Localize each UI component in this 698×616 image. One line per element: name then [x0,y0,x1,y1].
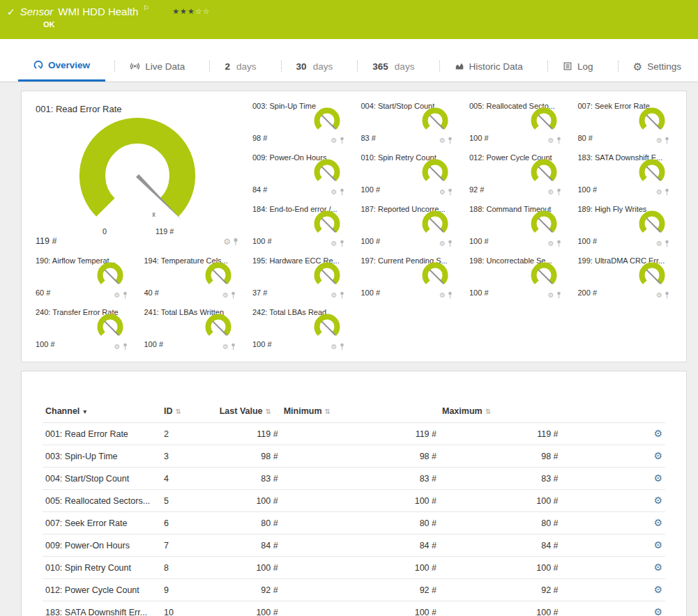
stars-empty[interactable]: ☆☆ [195,7,211,15]
channel-settings-icon[interactable]: ⚙ [653,428,662,439]
channel-settings-icon[interactable]: ⚙ [653,450,662,461]
pin-icon[interactable] [448,240,453,247]
column-header-maximum[interactable]: Maximum⇅ [439,402,561,423]
channel-gear-icon[interactable]: ⚙ [223,238,231,246]
pin-icon[interactable] [123,291,128,299]
channel-settings-icon[interactable]: ⚙ [653,495,662,506]
pin-icon[interactable] [665,240,669,247]
small-gauge-tile[interactable]: 010: Spin Retry Count 100 # ⚙ [357,151,460,197]
pin-icon[interactable] [556,240,561,247]
channel-gear-icon[interactable]: ⚙ [331,240,337,247]
table-row[interactable]: 007: Seek Error Rate 6 80 # 80 # 80 # ⚙ [43,512,665,534]
table-row[interactable]: 004: Start/Stop Count 4 83 # 83 # 83 # ⚙ [43,468,665,490]
small-gauge-tile[interactable]: 188: Command Timeout 100 # ⚙ [465,203,568,249]
pin-icon[interactable] [665,291,669,299]
small-gauge-tile[interactable]: 184: End-to-End error /... 100 # ⚙ [248,203,351,249]
tab-365-days[interactable]: 365 days [357,51,430,82]
channel-gear-icon[interactable]: ⚙ [656,240,662,247]
channel-name-cell[interactable]: 005: Reallocated Sectors... [43,490,161,512]
channel-settings-icon[interactable]: ⚙ [653,472,662,484]
channel-settings-icon[interactable]: ⚙ [653,539,662,550]
table-row[interactable]: 009: Power-On Hours 7 84 # 84 # 84 # ⚙ [43,534,665,557]
small-gauge-tile[interactable]: 004: Start/Stop Count 83 # ⚙ [357,100,460,146]
small-gauge-tile[interactable]: 190: Airflow Temperat... 60 # ⚙ [31,254,135,300]
channel-gear-icon[interactable]: ⚙ [656,292,662,299]
channel-gear-icon[interactable]: ⚙ [222,292,229,299]
tab-2-days[interactable]: 2 days [209,51,271,82]
small-gauge-tile[interactable]: 198: Uncorrectable Se... 100 # ⚙ [465,254,568,300]
column-header-id[interactable]: ID⇅ [161,402,217,423]
channel-name-cell[interactable]: 012: Power Cycle Count [43,579,161,601]
small-gauge-tile[interactable]: 009: Power-On Hours 84 # ⚙ [248,151,351,197]
channel-gear-icon[interactable]: ⚙ [114,292,121,299]
channel-gear-icon[interactable]: ⚙ [331,292,337,299]
table-row[interactable]: 003: Spin-Up Time 3 98 # 98 # 98 # ⚙ [43,445,665,468]
channel-gear-icon[interactable]: ⚙ [656,189,662,196]
channel-gear-icon[interactable]: ⚙ [439,137,446,144]
channel-name-cell[interactable]: 009: Power-On Hours [43,534,161,557]
small-gauge-tile[interactable]: 242: Total LBAs Read 100 # ⚙ [248,306,351,352]
channel-gear-icon[interactable]: ⚙ [331,189,337,196]
pin-icon[interactable] [123,343,128,351]
pin-icon[interactable] [665,137,669,144]
pin-icon[interactable] [340,343,344,351]
channel-gear-icon[interactable]: ⚙ [548,137,554,144]
channel-gear-icon[interactable]: ⚙ [222,344,229,351]
tab-live-data[interactable]: Live Data [114,51,200,82]
column-header-channel[interactable]: Channel▾ [43,402,161,423]
channel-gear-icon[interactable]: ⚙ [439,189,446,196]
channel-gear-icon[interactable]: ⚙ [548,189,554,196]
channel-gear-icon[interactable]: ⚙ [439,240,446,247]
small-gauge-tile[interactable]: 003: Spin-Up Time 98 # ⚙ [248,100,351,146]
small-gauge-tile[interactable]: 183: SATA Downshift E... 100 # ⚙ [574,151,677,197]
tab-historic-data[interactable]: Historic Data [439,51,538,82]
pin-icon[interactable] [340,137,344,144]
channel-settings-icon[interactable]: ⚙ [653,562,662,573]
small-gauge-tile[interactable]: 195: Hardware ECC Re... 37 # ⚙ [248,254,351,300]
table-row[interactable]: 010: Spin Retry Count 8 100 # 100 # 100 … [43,557,665,579]
pin-icon[interactable] [340,291,344,299]
small-gauge-tile[interactable]: 005: Reallocated Secto... 100 # ⚙ [465,100,568,146]
small-gauge-tile[interactable]: 012: Power Cycle Count 92 # ⚙ [465,151,568,197]
small-gauge-tile[interactable]: 189: High Fly Writes 100 # ⚙ [574,203,677,249]
big-gauge-tile[interactable]: 001: Read Error Rate x̄ 0 119 # 119 # ⚙ [31,100,243,249]
pin-icon[interactable] [340,188,344,196]
channel-gear-icon[interactable]: ⚙ [656,137,662,144]
tab-30-days[interactable]: 30 days [281,51,349,82]
stars-filled[interactable]: ★★★ [172,7,195,15]
channel-gear-icon[interactable]: ⚙ [439,292,446,299]
small-gauge-tile[interactable]: 007: Seek Error Rate 80 # ⚙ [574,100,677,146]
channel-name-cell[interactable]: 183: SATA Downshift Err... [43,601,161,616]
channel-gear-icon[interactable]: ⚙ [114,344,121,351]
pin-icon[interactable] [231,291,236,299]
channel-gear-icon[interactable]: ⚙ [331,344,337,351]
pin-icon[interactable] [448,188,453,196]
small-gauge-tile[interactable]: 194: Temperature Cels... 40 # ⚙ [140,254,243,300]
channel-settings-icon[interactable]: ⚙ [653,606,662,616]
channel-name-cell[interactable]: 001: Read Error Rate [43,423,161,445]
pin-icon[interactable] [340,240,344,247]
column-header-minimum[interactable]: Minimum⇅ [281,402,439,423]
table-row[interactable]: 001: Read Error Rate 2 119 # 119 # 119 #… [43,423,665,445]
table-row[interactable]: 012: Power Cycle Count 9 92 # 92 # 92 # … [43,579,665,601]
tab-overview[interactable]: Overview [18,51,105,82]
pin-icon[interactable] [665,188,669,196]
pin-icon[interactable] [448,137,453,144]
pin-icon[interactable] [233,238,238,246]
small-gauge-tile[interactable]: 187: Reported Uncorre... 100 # ⚙ [357,203,460,249]
table-row[interactable]: 183: SATA Downshift Err... 10 100 # 100 … [43,601,665,616]
pin-icon[interactable] [231,343,236,351]
small-gauge-tile[interactable]: 197: Current Pending S... 100 # ⚙ [357,254,460,300]
tab-log[interactable]: Log [547,51,609,82]
channel-settings-icon[interactable]: ⚙ [653,584,662,595]
pin-icon[interactable] [556,291,561,299]
pin-icon[interactable] [448,291,453,299]
channel-name-cell[interactable]: 010: Spin Retry Count [43,557,161,579]
channel-gear-icon[interactable]: ⚙ [548,240,554,247]
channel-settings-icon[interactable]: ⚙ [653,517,662,528]
pin-icon[interactable] [556,188,561,196]
table-row[interactable]: 005: Reallocated Sectors... 5 100 # 100 … [43,490,665,512]
pin-icon[interactable] [556,137,561,144]
channel-name-cell[interactable]: 004: Start/Stop Count [43,468,161,490]
channel-gear-icon[interactable]: ⚙ [548,292,554,299]
